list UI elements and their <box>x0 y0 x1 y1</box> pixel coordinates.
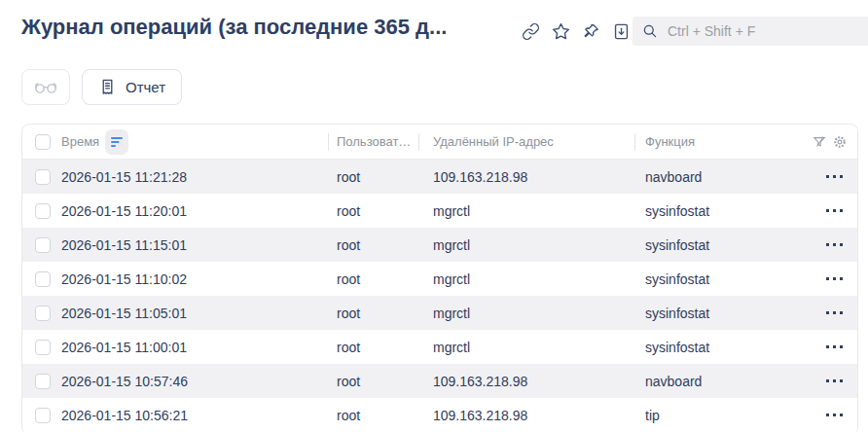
cell-user: root <box>329 364 419 398</box>
cell-time: 2026-01-15 10:56:21 <box>61 398 329 432</box>
cell-function: sysinfostat <box>635 296 811 330</box>
table-header: Время Пользоват… Удалённый IP-адрес Функ… <box>22 125 857 160</box>
table-row[interactable]: 2026-01-15 11:15:01 root mgrctl sysinfos… <box>22 228 857 262</box>
cell-time: 2026-01-15 11:10:02 <box>61 262 329 296</box>
row-checkbox[interactable] <box>35 408 51 423</box>
cell-user: root <box>329 262 419 296</box>
search-icon <box>642 23 659 40</box>
cell-ip: mgrctl <box>419 228 635 262</box>
report-button-label: Отчет <box>126 79 165 95</box>
cell-ip: mgrctl <box>419 262 635 296</box>
column-header-function[interactable]: Функция <box>635 125 811 159</box>
row-checkbox-cell <box>22 262 61 296</box>
header-checkbox-cell <box>22 125 61 159</box>
table-row[interactable]: 2026-01-15 10:56:21 root 109.163.218.98 … <box>22 398 857 432</box>
cell-function: sysinfostat <box>635 194 811 228</box>
cell-ip: 109.163.218.98 <box>419 398 635 432</box>
row-actions-cell <box>811 398 857 432</box>
row-checkbox[interactable] <box>35 169 51 185</box>
row-actions-cell <box>811 160 857 194</box>
copy-link-icon[interactable] <box>521 21 540 41</box>
cell-ip: mgrctl <box>419 194 635 228</box>
row-checkbox-cell <box>22 398 61 432</box>
cell-ip: 109.163.218.98 <box>419 160 635 194</box>
table-body: 2026-01-15 11:21:28 root 109.163.218.98 … <box>22 160 857 432</box>
pin-icon[interactable] <box>581 21 600 41</box>
row-checkbox-cell <box>22 228 61 262</box>
row-checkbox-cell <box>22 160 61 194</box>
row-actions-cell <box>811 296 857 330</box>
column-header-user[interactable]: Пользоват… <box>329 125 419 159</box>
row-actions-cell <box>811 228 857 262</box>
report-button[interactable]: Отчет <box>82 69 182 105</box>
table-row[interactable]: 2026-01-15 10:57:46 root 109.163.218.98 … <box>22 364 857 398</box>
filter-icon[interactable] <box>813 135 826 149</box>
table-header-tools <box>811 125 857 159</box>
table-row[interactable]: 2026-01-15 11:10:02 root mgrctl sysinfos… <box>22 262 857 296</box>
cell-time: 2026-01-15 11:00:01 <box>61 330 329 364</box>
export-icon[interactable] <box>611 21 631 41</box>
row-actions-menu[interactable] <box>822 205 847 216</box>
cell-time: 2026-01-15 11:05:01 <box>61 296 329 330</box>
select-all-checkbox[interactable] <box>35 134 51 150</box>
row-actions-menu[interactable] <box>822 171 847 182</box>
toolbar: Отчет <box>21 69 182 105</box>
cell-time: 2026-01-15 11:20:01 <box>61 194 329 228</box>
search-input[interactable] <box>668 23 860 39</box>
table-row[interactable]: 2026-01-15 11:00:01 root mgrctl sysinfos… <box>22 330 857 364</box>
row-actions-menu[interactable] <box>822 239 847 250</box>
column-header-time[interactable]: Время <box>61 134 99 149</box>
title-actions <box>521 21 631 41</box>
cell-function: sysinfostat <box>635 330 811 364</box>
row-checkbox[interactable] <box>35 340 51 355</box>
sort-icon[interactable] <box>105 129 128 155</box>
row-actions-cell <box>811 262 857 296</box>
cell-user: root <box>329 194 419 228</box>
row-checkbox[interactable] <box>35 237 51 253</box>
row-actions-cell <box>811 364 857 398</box>
cell-user: root <box>329 330 419 364</box>
row-checkbox[interactable] <box>35 203 51 219</box>
cell-time: 2026-01-15 11:15:01 <box>61 228 329 262</box>
column-header-time-cell: Время <box>61 125 329 159</box>
cell-ip: 109.163.218.98 <box>419 364 635 398</box>
row-actions-menu[interactable] <box>822 273 847 284</box>
row-actions-menu[interactable] <box>822 307 847 318</box>
table-row[interactable]: 2026-01-15 11:05:01 root mgrctl sysinfos… <box>22 296 857 330</box>
view-glasses-button[interactable] <box>21 69 70 105</box>
cell-ip: mgrctl <box>419 296 635 330</box>
row-actions-menu[interactable] <box>822 410 847 420</box>
cell-function: sysinfostat <box>635 262 811 296</box>
favorite-star-icon[interactable] <box>551 21 570 41</box>
cell-user: root <box>329 296 419 330</box>
row-actions-menu[interactable] <box>822 376 847 386</box>
row-checkbox[interactable] <box>35 306 51 321</box>
page-title: Журнал операций (за последние 365 д... <box>21 15 447 40</box>
row-actions-cell <box>811 330 857 364</box>
glasses-icon <box>34 80 57 94</box>
column-header-ip[interactable]: Удалённый IP-адрес <box>419 125 635 159</box>
table-row[interactable]: 2026-01-15 11:21:28 root 109.163.218.98 … <box>22 160 857 194</box>
row-checkbox[interactable] <box>35 374 51 389</box>
row-actions-menu[interactable] <box>822 342 847 352</box>
row-checkbox-cell <box>22 364 61 398</box>
cell-user: root <box>329 228 419 262</box>
cell-function: tip <box>635 398 811 432</box>
cell-time: 2026-01-15 11:21:28 <box>61 160 329 194</box>
cell-function: navboard <box>635 160 811 194</box>
row-checkbox-cell <box>22 194 61 228</box>
table-row[interactable]: 2026-01-15 11:20:01 root mgrctl sysinfos… <box>22 194 857 228</box>
search-box[interactable] <box>633 17 868 46</box>
cell-user: root <box>329 160 419 194</box>
cell-function: sysinfostat <box>635 228 811 262</box>
table-settings-gear-icon[interactable] <box>833 135 847 149</box>
report-icon <box>98 78 117 96</box>
cell-ip: mgrctl <box>419 330 635 364</box>
cell-time: 2026-01-15 10:57:46 <box>61 364 329 398</box>
cell-function: navboard <box>635 364 811 398</box>
row-actions-cell <box>811 194 857 228</box>
row-checkbox-cell <box>22 296 61 330</box>
row-checkbox[interactable] <box>35 271 51 287</box>
row-checkbox-cell <box>22 330 61 364</box>
cell-user: root <box>329 398 419 432</box>
